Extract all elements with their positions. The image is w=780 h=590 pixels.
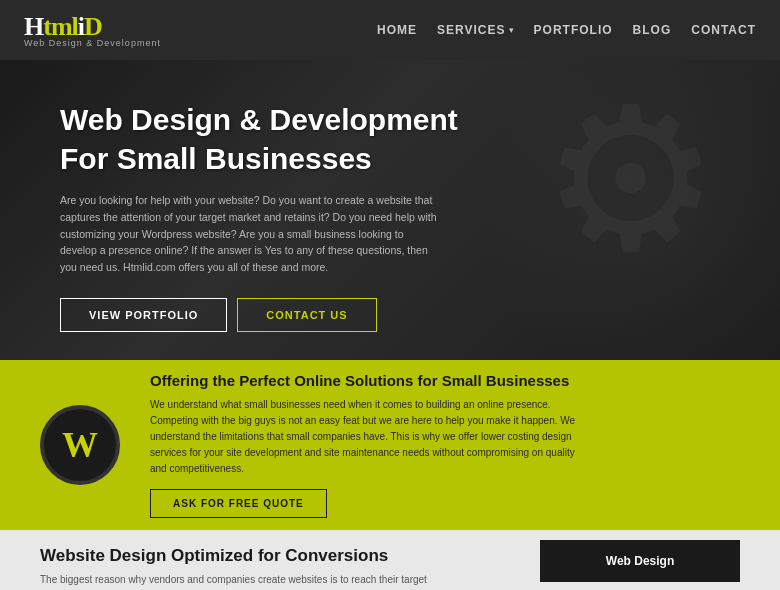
dropdown-arrow-icon: ▾ [509,25,514,35]
nav-blog[interactable]: BLOG [633,23,672,37]
nav-services-wrapper[interactable]: SERVICES ▾ [437,23,513,37]
gear-background-icon: ⚙ [541,80,720,280]
hero-title: Web Design & Development For Small Busin… [60,100,480,178]
wordpress-logo: W [40,405,120,485]
bottom-title: Website Design Optimized for Conversions [40,546,510,566]
green-content: Offering the Perfect Online Solutions fo… [150,372,740,518]
web-design-button[interactable]: Web Design [540,540,740,582]
view-portfolio-button[interactable]: VIEW PORTFOLIO [60,298,227,332]
green-title: Offering the Perfect Online Solutions fo… [150,372,740,389]
free-quote-button[interactable]: ASK FOR FREE QUOTE [150,489,327,518]
bottom-right-content: Web Design [540,546,740,582]
main-nav: HOME SERVICES ▾ PORTFOLIO BLOG CONTACT [377,23,756,37]
hero-section: ⚙ Web Design & Development For Small Bus… [0,60,780,360]
bottom-section: Website Design Optimized for Conversions… [0,530,780,590]
site-header: HtmliD Web Design & Development HOME SER… [0,0,780,60]
contact-us-button[interactable]: CONTACT US [237,298,376,332]
wp-logo-symbol: W [62,424,98,466]
green-section: W Offering the Perfect Online Solutions … [0,360,780,530]
logo[interactable]: HtmliD Web Design & Development [24,12,161,48]
hero-description: Are you looking for help with your websi… [60,192,440,276]
nav-portfolio[interactable]: PORTFOLIO [534,23,613,37]
bottom-description: The biggest reason why vendors and compa… [40,572,430,590]
logo-subtitle: Web Design & Development [24,38,161,48]
nav-contact[interactable]: CONTACT [691,23,756,37]
green-description: We understand what small businesses need… [150,397,590,477]
nav-services[interactable]: SERVICES [437,23,505,37]
nav-home[interactable]: HOME [377,23,417,37]
bottom-left-content: Website Design Optimized for Conversions… [40,546,510,590]
hero-buttons: VIEW PORTFOLIO CONTACT US [60,298,720,332]
